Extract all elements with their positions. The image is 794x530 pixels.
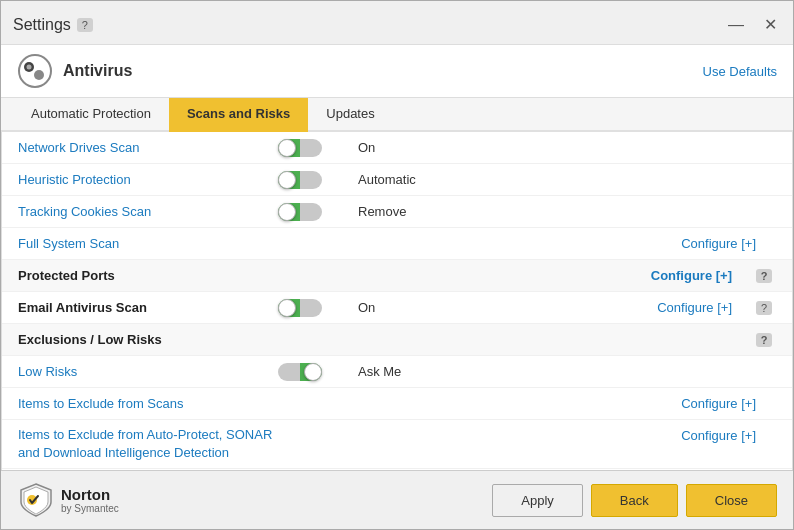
label-items-exclude-autoprotect[interactable]: Items to Exclude from Auto-Protect, SONA… bbox=[18, 426, 278, 462]
label-full-system-scan[interactable]: Full System Scan bbox=[18, 236, 278, 251]
help-icon-email-antivirus[interactable]: ? bbox=[756, 301, 772, 315]
window-title: Settings bbox=[13, 16, 71, 34]
label-tracking-cookies-scan[interactable]: Tracking Cookies Scan bbox=[18, 204, 278, 219]
tab-scans-and-risks[interactable]: Scans and Risks bbox=[169, 98, 308, 132]
action-email-antivirus-scan[interactable]: Configure [+] bbox=[458, 300, 752, 315]
tab-updates[interactable]: Updates bbox=[308, 98, 392, 132]
help-exclusions-low-risks[interactable]: ? bbox=[752, 333, 776, 347]
norton-name: Norton bbox=[61, 486, 119, 503]
label-email-antivirus-scan: Email Antivirus Scan bbox=[18, 300, 278, 315]
row-tracking-cookies-scan: Tracking Cookies Scan Remove bbox=[2, 196, 792, 228]
group-exclusions-low-risks: Exclusions / Low Risks ? bbox=[2, 324, 792, 356]
row-signatures-exclude: Signatures to Exclude from All Detection… bbox=[2, 469, 792, 470]
toggle-heuristic-protection[interactable] bbox=[278, 171, 358, 189]
help-icon-protected-ports[interactable]: ? bbox=[756, 269, 773, 283]
use-defaults-link[interactable]: Use Defaults bbox=[703, 64, 777, 79]
toggle-network-drives-scan[interactable] bbox=[278, 139, 358, 157]
title-bar-left: Settings ? bbox=[13, 16, 93, 34]
label-heuristic-protection[interactable]: Heuristic Protection bbox=[18, 172, 278, 187]
help-protected-ports[interactable]: ? bbox=[752, 269, 776, 283]
row-email-antivirus-scan: Email Antivirus Scan On Configure [+] ? bbox=[2, 292, 792, 324]
title-bar: Settings ? — ✕ bbox=[1, 1, 793, 45]
status-tracking-cookies-scan: Remove bbox=[358, 204, 458, 219]
toggle-email-antivirus-scan[interactable] bbox=[278, 299, 358, 317]
row-network-drives-scan: Network Drives Scan On bbox=[2, 132, 792, 164]
label-protected-ports: Protected Ports bbox=[18, 268, 278, 283]
row-items-exclude-autoprotect: Items to Exclude from Auto-Protect, SONA… bbox=[2, 420, 792, 469]
row-items-exclude-scans: Items to Exclude from Scans Configure [+… bbox=[2, 388, 792, 420]
footer-buttons: Apply Back Close bbox=[492, 484, 777, 517]
minimize-button[interactable]: — bbox=[724, 14, 748, 36]
close-button[interactable]: Close bbox=[686, 484, 777, 517]
back-button[interactable]: Back bbox=[591, 484, 678, 517]
action-items-exclude-autoprotect[interactable]: Configure [+] bbox=[458, 426, 776, 443]
svg-point-0 bbox=[19, 55, 51, 87]
tabs-bar: Automatic Protection Scans and Risks Upd… bbox=[1, 98, 793, 132]
norton-sub: by Symantec bbox=[61, 503, 119, 514]
action-full-system-scan[interactable]: Configure [+] bbox=[458, 236, 776, 251]
status-heuristic-protection: Automatic bbox=[358, 172, 458, 187]
norton-shield-icon bbox=[17, 481, 55, 519]
header-area: Antivirus Use Defaults bbox=[1, 45, 793, 98]
close-window-button[interactable]: ✕ bbox=[760, 13, 781, 36]
action-protected-ports[interactable]: Configure [+] bbox=[458, 268, 752, 283]
settings-window: Settings ? — ✕ Antivirus Use Defaults Au… bbox=[0, 0, 794, 530]
norton-brand-text: Norton by Symantec bbox=[61, 486, 119, 514]
label-items-exclude-scans[interactable]: Items to Exclude from Scans bbox=[18, 396, 278, 411]
label-low-risks[interactable]: Low Risks bbox=[18, 364, 278, 379]
help-email-antivirus-scan[interactable]: ? bbox=[752, 301, 776, 315]
title-bar-controls: — ✕ bbox=[724, 13, 781, 36]
antivirus-icon bbox=[17, 53, 53, 89]
help-icon-exclusions[interactable]: ? bbox=[756, 333, 773, 347]
title-help-badge[interactable]: ? bbox=[77, 18, 93, 32]
svg-point-2 bbox=[34, 70, 44, 80]
toggle-tracking-cookies-scan[interactable] bbox=[278, 203, 358, 221]
content-area: Network Drives Scan On Heuristic Protect… bbox=[1, 132, 793, 470]
svg-point-3 bbox=[27, 65, 32, 70]
status-low-risks: Ask Me bbox=[358, 364, 458, 379]
label-exclusions-low-risks: Exclusions / Low Risks bbox=[18, 332, 278, 347]
group-protected-ports: Protected Ports Configure [+] ? bbox=[2, 260, 792, 292]
row-heuristic-protection: Heuristic Protection Automatic bbox=[2, 164, 792, 196]
row-full-system-scan: Full System Scan Configure [+] bbox=[2, 228, 792, 260]
footer: Norton by Symantec Apply Back Close bbox=[1, 470, 793, 529]
apply-button[interactable]: Apply bbox=[492, 484, 583, 517]
label-network-drives-scan[interactable]: Network Drives Scan bbox=[18, 140, 278, 155]
toggle-low-risks[interactable] bbox=[278, 363, 358, 381]
antivirus-title: Antivirus bbox=[63, 62, 132, 80]
action-items-exclude-scans[interactable]: Configure [+] bbox=[458, 396, 776, 411]
footer-brand: Norton by Symantec bbox=[17, 481, 119, 519]
antivirus-brand: Antivirus bbox=[17, 53, 132, 89]
status-network-drives-scan: On bbox=[358, 140, 458, 155]
tab-automatic-protection[interactable]: Automatic Protection bbox=[13, 98, 169, 132]
status-email-antivirus-scan: On bbox=[358, 300, 458, 315]
row-low-risks: Low Risks Ask Me bbox=[2, 356, 792, 388]
